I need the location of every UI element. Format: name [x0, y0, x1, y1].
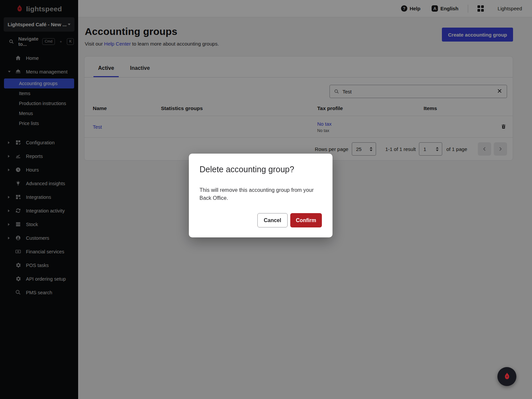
modal-title: Delete accounting group? [200, 165, 322, 174]
confirm-button[interactable]: Confirm [290, 213, 322, 227]
modal-actions: Cancel Confirm [257, 213, 322, 227]
cancel-button[interactable]: Cancel [257, 213, 287, 227]
lightspeed-assistant-button[interactable] [497, 367, 516, 386]
delete-modal: Delete accounting group? This will remov… [189, 154, 332, 237]
modal-body: This will remove this accounting group f… [200, 186, 314, 202]
flame-icon [503, 372, 511, 381]
